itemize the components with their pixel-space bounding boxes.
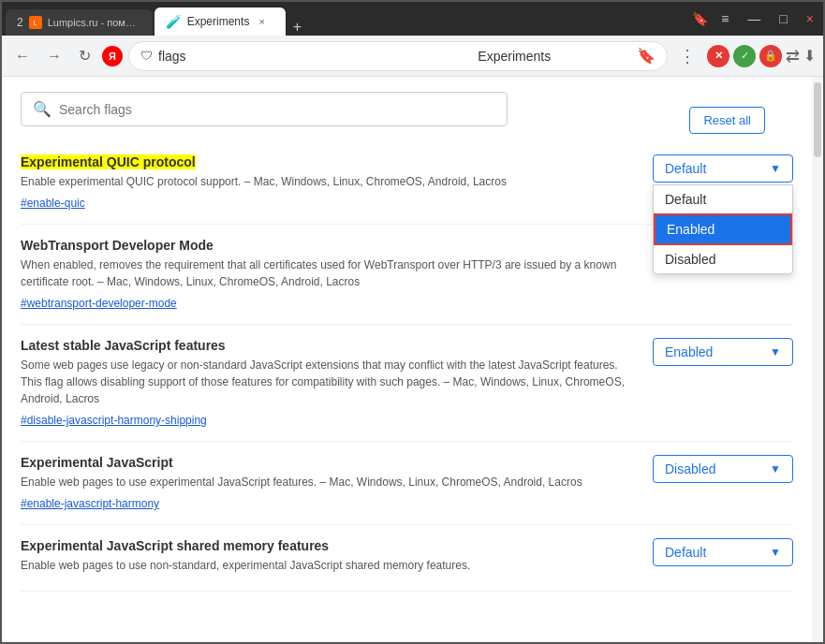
menu-icon[interactable]: ≡ (715, 9, 734, 28)
main-content: 🔍 Reset all Experimental QUIC protocol E… (2, 77, 823, 642)
dropdown-value-js-shared-memory: Default (665, 545, 770, 560)
download-icon[interactable]: ⬇ (803, 47, 816, 65)
tab1-label: Lumpics.ru - помощь с ко... (48, 17, 141, 28)
flag-link-js-experimental[interactable]: #enable-javascript-harmony (21, 497, 159, 510)
exchange-icon[interactable]: ⇄ (786, 46, 800, 66)
tab-active-experiments[interactable]: 🧪 Experiments × (155, 7, 286, 36)
dropdown-value-js-features: Enabled (665, 344, 770, 359)
dropdown-option-default[interactable]: Default (654, 185, 792, 213)
window-controls: 🔖 ≡ — □ × (692, 9, 819, 28)
shield-protect-icon[interactable]: ✓ (733, 45, 756, 67)
reset-all-button[interactable]: Reset all (689, 107, 765, 134)
flag-item-js-features: Latest stable JavaScript features Some w… (21, 325, 793, 442)
search-icon: 🔍 (33, 100, 52, 118)
lumpics-favicon: L (29, 16, 42, 29)
page-title-address: Experiments (398, 49, 632, 64)
flag-desc-webtransport: When enabled, removes the requirement th… (21, 256, 638, 290)
flag-title-js-features: Latest stable JavaScript features (21, 338, 638, 353)
flag-info-js-features: Latest stable JavaScript features Some w… (21, 338, 638, 428)
flag-info-js-experimental: Experimental JavaScript Enable web pages… (21, 455, 638, 511)
toolbar-icons: ✕ ✓ 🔒 ⇄ ⬇ (707, 45, 816, 67)
flag-item-js-shared-memory: Experimental JavaScript shared memory fe… (21, 525, 793, 592)
flag-title-js-shared-memory: Experimental JavaScript shared memory fe… (21, 538, 638, 553)
scrollbar-track[interactable] (812, 77, 823, 642)
flask-icon: 🧪 (166, 14, 182, 29)
dropdown-open-quic: Default Enabled Disabled (653, 184, 793, 274)
flags-list: Experimental QUIC protocol Enable experi… (21, 141, 793, 592)
adblock-icon[interactable]: ✕ (707, 45, 729, 67)
flags-page: 🔍 Reset all Experimental QUIC protocol E… (2, 77, 812, 642)
tab1-num: 2 (17, 16, 23, 29)
flag-item-js-experimental: Experimental JavaScript Enable web pages… (21, 442, 793, 525)
flag-link-webtransport[interactable]: #webtransport-developer-mode (21, 297, 177, 310)
tab2-label: Experiments (187, 15, 250, 28)
forward-button[interactable]: → (41, 44, 67, 68)
tab-strip: 2 L Lumpics.ru - помощь с ко... 🧪 Experi… (6, 2, 688, 36)
bookmark-icon[interactable]: 🔖 (637, 47, 656, 65)
dropdown-trigger-js-experimental[interactable]: Disabled ▼ (653, 455, 793, 483)
dropdown-trigger-quic[interactable]: Default ▼ (653, 154, 793, 183)
tab-close-button[interactable]: × (258, 16, 264, 27)
scrollbar-thumb[interactable] (814, 82, 821, 157)
dropdown-option-enabled[interactable]: Enabled (654, 213, 792, 245)
url-display: flags (158, 49, 392, 64)
flag-desc-js-features: Some web pages use legacy or non-standar… (21, 357, 638, 407)
select-wrap-js-features: Enabled ▼ (653, 338, 793, 366)
flag-link-js-features[interactable]: #disable-javascript-harmony-shipping (21, 414, 207, 427)
new-tab-button[interactable]: + (287, 19, 307, 36)
flag-info-webtransport: WebTransport Developer Mode When enabled… (21, 238, 638, 311)
dropdown-arrow-js-shared-memory: ▼ (770, 546, 781, 559)
flag-title-quic: Experimental QUIC protocol (21, 154, 638, 169)
search-input[interactable] (59, 102, 495, 117)
close-button[interactable]: × (801, 9, 819, 28)
back-button[interactable]: ← (9, 44, 36, 68)
flag-desc-js-shared-memory: Enable web pages to use non-standard, ex… (21, 557, 638, 574)
security-icon[interactable]: 🔒 (759, 45, 782, 67)
address-input-wrap[interactable]: 🛡 flags Experiments 🔖 (128, 41, 668, 71)
select-wrap-js-shared-memory: Default ▼ (653, 538, 793, 566)
dropdown-trigger-js-shared-memory[interactable]: Default ▼ (653, 538, 793, 566)
dropdown-value-quic: Default (665, 161, 770, 176)
tab-inactive-1[interactable]: 2 L Lumpics.ru - помощь с ко... (6, 9, 153, 36)
flag-link-quic[interactable]: #enable-quic (21, 197, 85, 210)
dropdown-option-disabled[interactable]: Disabled (654, 245, 792, 273)
flag-item-quic: Experimental QUIC protocol Enable experi… (21, 141, 793, 225)
title-bar: 2 L Lumpics.ru - помощь с ко... 🧪 Experi… (2, 2, 823, 36)
address-bar: ← → ↻ Я 🛡 flags Experiments 🔖 ⋮ ✕ ✓ 🔒 ⇄ … (2, 36, 823, 77)
more-menu-button[interactable]: ⋮ (673, 42, 701, 70)
yandex-icon: Я (102, 46, 123, 66)
dropdown-arrow-js-features: ▼ (770, 345, 781, 359)
bookmarks-icon[interactable]: 🔖 (692, 11, 708, 26)
flag-desc-js-experimental: Enable web pages to use experimental Jav… (21, 474, 638, 490)
dropdown-value-js-experimental: Disabled (665, 461, 770, 476)
select-wrap-js-experimental: Disabled ▼ (653, 455, 793, 483)
select-wrap-quic: Default ▼ Default Enabled Disabled (653, 154, 793, 183)
flag-control-js-experimental: Disabled ▼ (653, 455, 793, 483)
flag-info-js-shared-memory: Experimental JavaScript shared memory fe… (21, 538, 638, 578)
maximize-button[interactable]: □ (773, 9, 792, 28)
dropdown-arrow-quic: ▼ (770, 162, 781, 175)
flag-control-js-shared-memory: Default ▼ (653, 538, 793, 566)
flag-title-webtransport: WebTransport Developer Mode (21, 238, 638, 253)
reload-button[interactable]: ↻ (73, 43, 96, 68)
flag-desc-quic: Enable experimental QUIC protocol suppor… (21, 173, 638, 190)
flag-control-quic: Default ▼ Default Enabled Disabled (653, 154, 793, 183)
dropdown-trigger-js-features[interactable]: Enabled ▼ (653, 338, 793, 366)
dropdown-arrow-js-experimental: ▼ (770, 462, 781, 476)
flag-control-js-features: Enabled ▼ (653, 338, 793, 366)
flag-info-quic: Experimental QUIC protocol Enable experi… (21, 154, 638, 211)
search-bar: 🔍 (21, 92, 508, 126)
shield-icon: 🛡 (140, 49, 153, 63)
minimize-button[interactable]: — (742, 9, 766, 28)
flag-title-js-experimental: Experimental JavaScript (21, 455, 638, 470)
